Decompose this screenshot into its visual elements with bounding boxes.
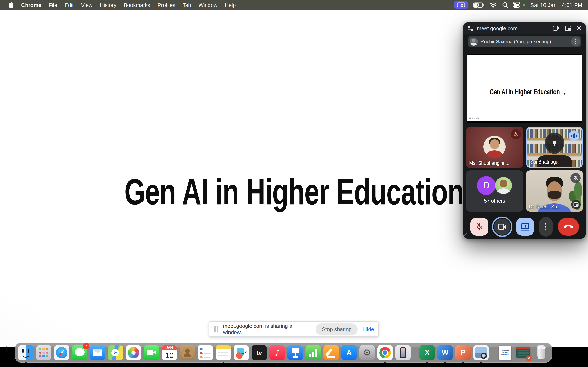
appstore-letter: A: [347, 349, 352, 357]
share-message: meet.google.com is sharing a window.: [223, 323, 310, 335]
picture-in-picture-icon[interactable]: [571, 200, 581, 209]
dock-chrome-icon[interactable]: [377, 345, 393, 360]
dock-iphone-mirroring-icon[interactable]: [395, 345, 411, 360]
more-options-button[interactable]: [539, 217, 553, 236]
participant-tiles: Ms. Shubhangini ... Sai Bhatnagar D: [466, 127, 583, 212]
menu-history[interactable]: History: [100, 2, 116, 8]
dock-appstore-icon[interactable]: A: [341, 345, 357, 360]
camera-toggle-icon[interactable]: [553, 26, 560, 31]
document-title: Gen AI in Higher Education: [500, 349, 510, 355]
stop-sharing-button[interactable]: Stop sharing: [316, 323, 358, 335]
shared-screen-preview[interactable]: Gen AI in Higher Education ◀✎▭▶: [467, 54, 582, 123]
menu-tab[interactable]: Tab: [183, 2, 191, 8]
dock-keynote-icon[interactable]: [287, 345, 303, 360]
participant-name: Dr. Ruchir Sa...: [529, 204, 561, 209]
menu-profiles[interactable]: Profiles: [158, 2, 175, 8]
dock-finder-icon[interactable]: [18, 345, 34, 360]
dock-reminders-icon[interactable]: [198, 345, 213, 360]
calendar-day: 10: [165, 350, 173, 361]
gear-glyph: ⚙: [363, 347, 371, 358]
menu-help[interactable]: Help: [225, 2, 236, 8]
dock-word-icon[interactable]: W: [437, 345, 453, 360]
dock-divider: [415, 344, 415, 361]
participant-name: Sai Bhatnagar: [530, 159, 560, 164]
meet-pip-window: meet.google.com Dr. Ruchir Saxena (You, …: [463, 22, 586, 239]
tune-icon[interactable]: [467, 25, 474, 31]
presenter-avatar: [470, 38, 478, 46]
menu-file[interactable]: File: [49, 2, 57, 8]
screen-sharing-indicator-icon[interactable]: [454, 1, 468, 8]
pip-window-title: meet.google.com: [477, 25, 553, 31]
dock-mail-icon[interactable]: [90, 345, 105, 360]
preview-mouse-cursor: [564, 92, 568, 96]
dock-facetime-icon[interactable]: [144, 345, 159, 360]
powerpoint-badge: P: [526, 355, 532, 361]
participant-avatar: [484, 136, 506, 158]
desktop: Chrome File Edit View History Bookmarks …: [0, 0, 588, 367]
dock-powerpoint-icon[interactable]: P: [455, 345, 471, 360]
menu-bar-date[interactable]: Sat 10 Jan: [530, 2, 557, 8]
messages-badge: 7: [83, 343, 89, 349]
status-green-dot: [523, 4, 525, 6]
apple-menu-icon[interactable]: [8, 2, 14, 8]
pip-title-bar[interactable]: meet.google.com: [463, 22, 586, 34]
menu-bar-time[interactable]: 4:01 PM: [562, 2, 582, 8]
dock-numbers-icon[interactable]: [305, 345, 321, 360]
dock-preview-icon[interactable]: [473, 345, 489, 360]
dock-minimized-powerpoint-window[interactable]: P: [515, 345, 531, 360]
menu-view[interactable]: View: [81, 2, 93, 8]
battery-icon[interactable]: [473, 2, 484, 8]
exit-pip-icon[interactable]: [565, 25, 571, 31]
dock-appletv-icon[interactable]: tv: [251, 345, 267, 360]
present-screen-button[interactable]: [516, 218, 534, 236]
dock-calendar-icon[interactable]: JAN10: [162, 345, 177, 360]
participant-tile-others[interactable]: D 57 others: [466, 170, 523, 212]
menu-edit[interactable]: Edit: [65, 2, 74, 8]
banner-more-options-button[interactable]: [571, 37, 580, 46]
participant-tile-shubhangini[interactable]: Ms. Shubhangini ...: [466, 127, 523, 168]
dock-notes-icon[interactable]: [216, 345, 231, 360]
powerpoint-letter: P: [461, 349, 466, 357]
microphone-muted-button[interactable]: [470, 218, 488, 236]
participant-name: Ms. Shubhangini ...: [469, 161, 509, 166]
spotlight-search-icon[interactable]: [502, 2, 508, 8]
word-letter: W: [442, 349, 448, 357]
preview-slide-title: Gen AI in Higher Education: [489, 88, 560, 96]
dock-safari-icon[interactable]: [54, 345, 69, 360]
menu-app-name[interactable]: Chrome: [21, 2, 41, 8]
dock-messages-icon[interactable]: 7: [72, 345, 87, 360]
dock-minimized-document[interactable]: Gen AI in Higher Education: [497, 345, 513, 360]
menu-window[interactable]: Window: [199, 2, 218, 8]
dock-maps-icon[interactable]: ➤: [108, 345, 123, 360]
mic-muted-icon: [571, 173, 581, 183]
drag-handle-icon[interactable]: [214, 326, 218, 332]
dock-excel-icon[interactable]: X: [419, 345, 435, 360]
dock-launchpad-icon[interactable]: [36, 345, 52, 360]
dock-contacts-icon[interactable]: [180, 345, 195, 360]
call-controls: [463, 217, 586, 236]
control-center-icon[interactable]: [513, 2, 520, 8]
camera-on-button[interactable]: [493, 218, 511, 236]
dock-music-icon[interactable]: ♪: [269, 345, 285, 360]
dock-divider: [493, 344, 493, 361]
participant-tile-sai-bhatnagar[interactable]: Sai Bhatnagar: [526, 127, 583, 168]
menu-bookmarks[interactable]: Bookmarks: [124, 2, 150, 8]
close-icon[interactable]: [577, 26, 581, 31]
music-note-glyph: ♪: [275, 348, 280, 358]
dock-freeform-icon[interactable]: [233, 345, 249, 360]
participant-tile-ruchir[interactable]: Dr. Ruchir Sa...: [526, 170, 583, 212]
screen-share-notification-bar: meet.google.com is sharing a window. Sto…: [209, 321, 379, 337]
dock-pages-icon[interactable]: [323, 345, 339, 360]
avatar-letter-d: D: [477, 176, 496, 195]
previous-slide-button[interactable]: [2, 345, 13, 347]
dock-photos-icon[interactable]: [126, 345, 141, 360]
dock-system-settings-icon[interactable]: ⚙: [359, 345, 375, 360]
preview-slideshow-controls: ◀✎▭▶: [469, 117, 480, 119]
hide-link[interactable]: Hide: [363, 326, 374, 332]
preview-slide: Gen AI in Higher Education ◀✎▭▶: [467, 55, 582, 121]
wifi-icon[interactable]: [490, 2, 497, 8]
end-call-button[interactable]: [558, 218, 579, 236]
pinned-icon: [546, 135, 563, 152]
excel-letter: X: [425, 349, 430, 357]
dock-trash-icon[interactable]: [533, 345, 549, 360]
